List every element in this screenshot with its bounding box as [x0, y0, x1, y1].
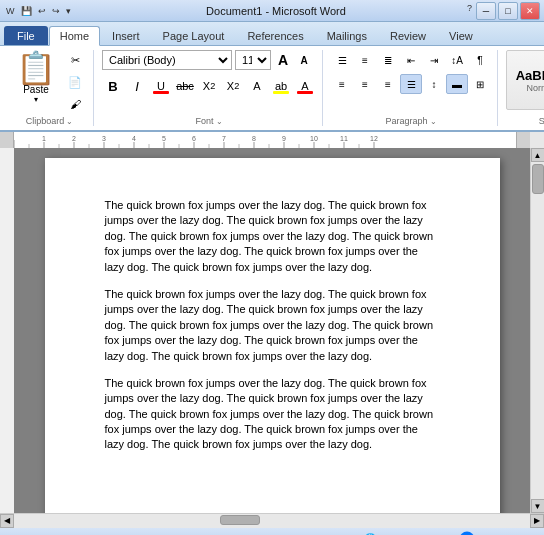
underline-color-bar	[153, 91, 169, 94]
shading-button[interactable]: ▬	[446, 74, 468, 94]
status-right: ▬ ⊡ 🌐 ≡ ▤ | ─ + 86%	[323, 532, 538, 536]
styles-gallery[interactable]: AaBbCc Normal	[506, 50, 544, 110]
font-color-button[interactable]: A	[294, 76, 316, 96]
font-format-row: B I U abc X2 X2 A ab A	[102, 76, 316, 96]
paste-label: Paste	[23, 84, 49, 95]
borders-button[interactable]: ⊞	[469, 74, 491, 94]
tab-page-layout[interactable]: Page Layout	[152, 26, 236, 45]
quick-access-toolbar: W 💾 ↩ ↪ ▾	[4, 5, 73, 17]
paste-button[interactable]: 📋 Paste ▾	[12, 50, 60, 106]
font-expand-icon[interactable]: ⌄	[216, 117, 223, 126]
sort-button[interactable]: ↕A	[446, 50, 468, 70]
svg-text:3: 3	[102, 135, 106, 142]
customize-quick-btn[interactable]: ▾	[64, 5, 73, 17]
clipboard-content: 📋 Paste ▾ ✂ 📄 🖌	[12, 50, 87, 114]
styles-content: AaBbCc Normal ▲ ▼ ⌄	[506, 50, 544, 114]
ribbon-tabs: File Home Insert Page Layout References …	[0, 22, 544, 46]
h-scroll-track[interactable]	[14, 514, 530, 528]
font-family-select[interactable]: Calibri (Body)	[102, 50, 232, 70]
svg-text:1: 1	[42, 135, 46, 142]
scroll-left-arrow[interactable]: ◀	[0, 514, 14, 528]
svg-text:4: 4	[132, 135, 136, 142]
svg-text:9: 9	[282, 135, 286, 142]
scroll-down-arrow[interactable]: ▼	[531, 499, 545, 513]
undo-arrow-btn[interactable]: ↪	[50, 5, 62, 17]
ruler: 1 2 3 4 5 6 7 8 9 10 11 12	[0, 132, 544, 148]
subscript-button[interactable]: X2	[198, 76, 220, 96]
zoom-plus[interactable]: +	[505, 532, 512, 536]
horizontal-scrollbar[interactable]: ◀ ▶	[0, 513, 544, 527]
svg-text:7: 7	[222, 135, 226, 142]
undo-quick-btn[interactable]: ↩	[36, 5, 48, 17]
decrease-indent-button[interactable]: ⇤	[400, 50, 422, 70]
tab-insert[interactable]: Insert	[101, 26, 151, 45]
show-marks-button[interactable]: ¶	[469, 50, 491, 70]
svg-text:10: 10	[310, 135, 318, 142]
highlight-button[interactable]: ab	[270, 76, 292, 96]
numbering-button[interactable]: ≡	[354, 50, 376, 70]
justify-button[interactable]: ☰	[400, 74, 422, 94]
content-scroll[interactable]: The quick brown fox jumps over the lazy …	[14, 148, 530, 513]
superscript-button[interactable]: X2	[222, 76, 244, 96]
clipboard-expand-icon[interactable]: ⌄	[66, 117, 73, 126]
paragraph-row1: ☰ ≡ ≣ ⇤ ⇥ ↕A ¶	[331, 50, 491, 70]
strikethrough-button[interactable]: abc	[174, 76, 196, 96]
help-icon[interactable]: ?	[465, 2, 474, 20]
scroll-up-arrow[interactable]: ▲	[531, 148, 545, 162]
h-scroll-thumb[interactable]	[220, 515, 260, 525]
maximize-button[interactable]: □	[498, 2, 518, 20]
grow-font-button[interactable]: A	[274, 51, 292, 69]
copy-button[interactable]: 📄	[63, 72, 87, 92]
word-logo: W	[4, 5, 17, 17]
close-button[interactable]: ✕	[520, 2, 540, 20]
paste-dropdown-icon[interactable]: ▾	[34, 95, 38, 104]
clipboard-label: Clipboard ⌄	[26, 114, 74, 126]
vertical-scrollbar[interactable]: ▲ ▼	[530, 148, 544, 513]
increase-indent-button[interactable]: ⇥	[423, 50, 445, 70]
paragraph-group: ☰ ≡ ≣ ⇤ ⇥ ↕A ¶ ≡ ≡ ≡ ☰ ↕ ▬ ⊞ Paragraph ⌄	[325, 50, 498, 126]
line-spacing-button[interactable]: ↕	[423, 74, 445, 94]
svg-text:5: 5	[162, 135, 166, 142]
clipboard-group: 📋 Paste ▾ ✂ 📄 🖌 Clipboard ⌄	[6, 50, 94, 126]
align-left-button[interactable]: ≡	[331, 74, 353, 94]
paragraph-3: The quick brown fox jumps over the lazy …	[105, 376, 440, 453]
ruler-markings: 1 2 3 4 5 6 7 8 9 10 11 12	[14, 132, 516, 148]
paragraph-1: The quick brown fox jumps over the lazy …	[105, 198, 440, 275]
font-size-select[interactable]: 11	[235, 50, 271, 70]
svg-text:6: 6	[192, 135, 196, 142]
clipboard-secondary: ✂ 📄 🖌	[63, 50, 87, 114]
cut-button[interactable]: ✂	[63, 50, 87, 70]
italic-button[interactable]: I	[126, 76, 148, 96]
shrink-font-button[interactable]: A	[295, 51, 313, 69]
text-effect-button[interactable]: A	[246, 76, 268, 96]
scroll-thumb[interactable]	[532, 164, 544, 194]
tab-references[interactable]: References	[236, 26, 314, 45]
align-right-button[interactable]: ≡	[377, 74, 399, 94]
ruler-track: 1 2 3 4 5 6 7 8 9 10 11 12	[14, 132, 516, 148]
svg-text:11: 11	[340, 135, 348, 142]
bold-button[interactable]: B	[102, 76, 124, 96]
bullets-button[interactable]: ☰	[331, 50, 353, 70]
font-content: Calibri (Body) 11 A A B I U abc X2 X2 A	[102, 50, 316, 114]
font-group: Calibri (Body) 11 A A B I U abc X2 X2 A	[96, 50, 323, 126]
paste-icon: 📋	[16, 52, 56, 84]
paragraph-row2: ≡ ≡ ≡ ☰ ↕ ▬ ⊞	[331, 74, 491, 94]
align-center-button[interactable]: ≡	[354, 74, 376, 94]
tab-home[interactable]: Home	[49, 26, 100, 46]
tab-review[interactable]: Review	[379, 26, 437, 45]
ruler-scrollbar-corner	[530, 132, 544, 148]
save-quick-btn[interactable]: 💾	[19, 5, 34, 17]
document-text[interactable]: The quick brown fox jumps over the lazy …	[105, 198, 440, 453]
zoom-minus[interactable]: ─	[428, 532, 437, 536]
tab-view[interactable]: View	[438, 26, 484, 45]
tab-file[interactable]: File	[4, 26, 48, 45]
multilevel-button[interactable]: ≣	[377, 50, 399, 70]
minimize-button[interactable]: ─	[476, 2, 496, 20]
font-color-bar	[297, 91, 313, 94]
format-painter-button[interactable]: 🖌	[63, 94, 87, 114]
paragraph-expand-icon[interactable]: ⌄	[430, 117, 437, 126]
scroll-right-arrow[interactable]: ▶	[530, 514, 544, 528]
tab-mailings[interactable]: Mailings	[316, 26, 378, 45]
paragraph-content: ☰ ≡ ≣ ⇤ ⇥ ↕A ¶ ≡ ≡ ≡ ☰ ↕ ▬ ⊞	[331, 50, 491, 114]
underline-button[interactable]: U	[150, 76, 172, 96]
